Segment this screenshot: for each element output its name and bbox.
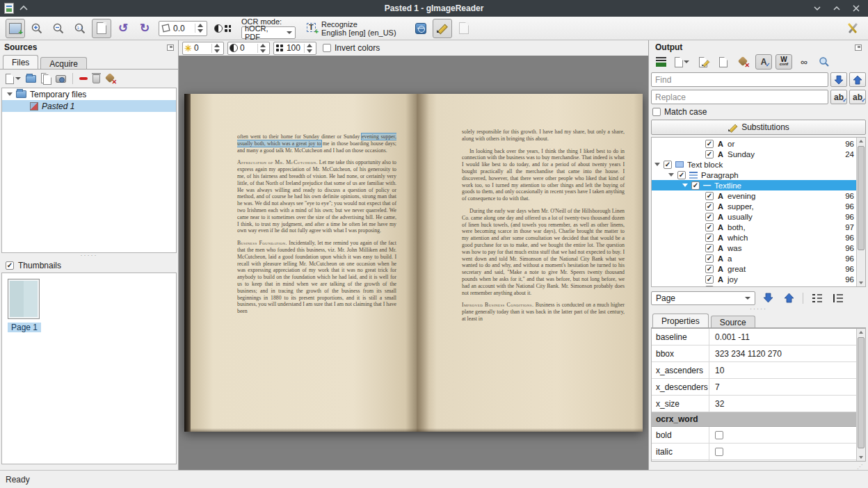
add-file-button[interactable] bbox=[6, 74, 21, 84]
collapse-all-button[interactable] bbox=[830, 291, 846, 306]
settings-button[interactable] bbox=[843, 19, 862, 38]
word-tree-row[interactable]: Aor96 bbox=[652, 138, 856, 149]
item-checkbox[interactable] bbox=[705, 213, 714, 221]
zoom-out-button[interactable] bbox=[49, 19, 68, 38]
tree-item-temporary-files[interactable]: Temporary files bbox=[2, 88, 176, 100]
navigate-next-button[interactable] bbox=[760, 291, 776, 306]
item-checkbox[interactable] bbox=[705, 223, 714, 231]
rotate-left-button[interactable]: ↺ bbox=[113, 19, 133, 38]
item-checkbox[interactable] bbox=[705, 150, 714, 158]
screenshot-button[interactable] bbox=[56, 75, 66, 83]
zoom-in-button[interactable] bbox=[27, 19, 47, 38]
rotation-spinbox[interactable]: 0.0 bbox=[159, 21, 207, 36]
item-checkbox[interactable] bbox=[705, 202, 714, 211]
splitter-handle[interactable]: ····· bbox=[0, 253, 178, 259]
expander-icon[interactable] bbox=[7, 92, 13, 96]
word-tree-row[interactable]: Ato96 bbox=[652, 284, 856, 287]
tab-files[interactable]: Files bbox=[3, 55, 38, 70]
word-tree-row[interactable]: Ajoy96 bbox=[652, 274, 856, 284]
maximize-button[interactable] bbox=[832, 3, 842, 13]
replace-all-button[interactable]: ab bbox=[849, 90, 866, 104]
item-checkbox[interactable] bbox=[705, 286, 714, 288]
open-output-button[interactable] bbox=[673, 54, 691, 70]
find-input[interactable] bbox=[651, 72, 828, 87]
word-tree-row[interactable]: ASunday24 bbox=[652, 149, 856, 159]
clear-sources-button[interactable] bbox=[105, 74, 116, 84]
contrast-spinbox[interactable]: 0 bbox=[227, 42, 270, 55]
thumbnails-checkbox[interactable] bbox=[6, 261, 14, 270]
thumbnail-caption[interactable]: Page 1 bbox=[8, 323, 41, 332]
item-checkbox[interactable] bbox=[664, 161, 672, 169]
invert-colors-checkbox[interactable] bbox=[323, 44, 331, 52]
close-button[interactable] bbox=[851, 3, 861, 13]
image-controls-toggle[interactable] bbox=[211, 19, 234, 38]
rotate-right-button[interactable]: ↻ bbox=[135, 19, 154, 38]
open-folder-button[interactable] bbox=[26, 75, 36, 83]
word-tree-row[interactable]: Agreat96 bbox=[652, 263, 856, 274]
tab-source[interactable]: Source bbox=[711, 316, 755, 328]
word-tree-row[interactable]: Paragraph bbox=[652, 170, 856, 180]
find-prev-button[interactable] bbox=[849, 72, 866, 87]
expander-icon[interactable] bbox=[668, 173, 674, 177]
scrollbar[interactable] bbox=[856, 138, 865, 286]
item-checkbox[interactable] bbox=[705, 254, 714, 263]
find-next-button[interactable] bbox=[830, 72, 847, 87]
splitter-handle[interactable]: ····· bbox=[651, 307, 866, 312]
word-tree-row[interactable]: Aboth,97 bbox=[652, 222, 856, 232]
tab-acquire[interactable]: Acquire bbox=[40, 57, 87, 70]
save-output-button[interactable] bbox=[695, 54, 712, 70]
ocr-mode-select[interactable]: hOCR, PDF bbox=[241, 26, 296, 39]
item-checkbox[interactable] bbox=[705, 140, 714, 148]
word-tree-row[interactable]: Awhich96 bbox=[652, 232, 856, 243]
scrollbar-thumb[interactable] bbox=[858, 146, 865, 250]
best-fit-button[interactable] bbox=[92, 19, 111, 38]
zoom-original-button[interactable]: 1:1 bbox=[70, 19, 90, 38]
recognize-button[interactable]: T+ Recognize English [eng] (en_US) bbox=[303, 18, 399, 39]
replace-button[interactable]: ab bbox=[830, 90, 847, 104]
delete-source-button[interactable] bbox=[93, 74, 100, 83]
tab-properties[interactable]: Properties bbox=[652, 314, 709, 328]
replace-input[interactable] bbox=[651, 90, 828, 104]
image-canvas[interactable]: often went to their home for Sunday dinn… bbox=[179, 56, 648, 470]
rotation-spin-arrows[interactable] bbox=[195, 24, 205, 33]
scrollbar-thumb[interactable] bbox=[858, 337, 865, 448]
detach-icon[interactable] bbox=[167, 44, 174, 51]
insert-mode-button[interactable] bbox=[652, 54, 669, 70]
italic-checkbox[interactable] bbox=[715, 448, 723, 456]
word-tree-row[interactable]: Ausually96 bbox=[652, 211, 856, 222]
item-checkbox[interactable] bbox=[705, 265, 714, 273]
minimize-button[interactable] bbox=[812, 3, 822, 13]
navigate-prev-button[interactable] bbox=[780, 291, 797, 306]
word-tree-row[interactable]: Aa96 bbox=[652, 253, 856, 263]
remove-source-button[interactable] bbox=[79, 77, 88, 80]
preview-toggle[interactable]: ∞ bbox=[796, 54, 812, 70]
navigation-target-select[interactable]: Page bbox=[651, 291, 755, 305]
bold-checkbox[interactable] bbox=[715, 431, 723, 439]
tree-item-pasted-1[interactable]: Pasted 1 bbox=[2, 100, 176, 112]
clear-output-button[interactable] bbox=[735, 54, 752, 70]
word-tree-row[interactable]: Asupper,96 bbox=[652, 201, 856, 211]
edit-mode-button[interactable] bbox=[433, 19, 452, 38]
substitutions-button[interactable]: Substitutions bbox=[651, 120, 866, 135]
word-tree-row[interactable]: Aevening96 bbox=[652, 190, 856, 201]
item-checkbox[interactable] bbox=[677, 171, 686, 179]
scrollbar[interactable] bbox=[856, 329, 865, 461]
match-case-checkbox[interactable] bbox=[652, 108, 661, 116]
brightness-spinbox[interactable]: ✳ 0 bbox=[182, 42, 224, 55]
item-checkbox[interactable] bbox=[705, 192, 714, 200]
item-checkbox[interactable] bbox=[705, 275, 714, 284]
expand-all-button[interactable] bbox=[809, 291, 826, 306]
word-tree-row[interactable]: —Textline bbox=[652, 180, 856, 190]
item-checkbox[interactable] bbox=[691, 181, 700, 190]
find-replace-button[interactable] bbox=[816, 54, 833, 70]
add-images-button[interactable]: + bbox=[6, 19, 25, 38]
expander-icon[interactable] bbox=[654, 163, 660, 166]
item-checkbox[interactable] bbox=[705, 234, 714, 242]
word-tree-row[interactable]: Text block bbox=[652, 159, 856, 170]
language-button[interactable] bbox=[411, 19, 431, 38]
export-output-button[interactable] bbox=[715, 54, 732, 70]
resize-grip[interactable]: ⋰ bbox=[651, 463, 866, 470]
spellcheck-toggle[interactable]: A bbox=[755, 54, 772, 70]
paste-button[interactable] bbox=[41, 73, 51, 84]
confidence-toggle[interactable]: Wconf bbox=[775, 54, 792, 70]
